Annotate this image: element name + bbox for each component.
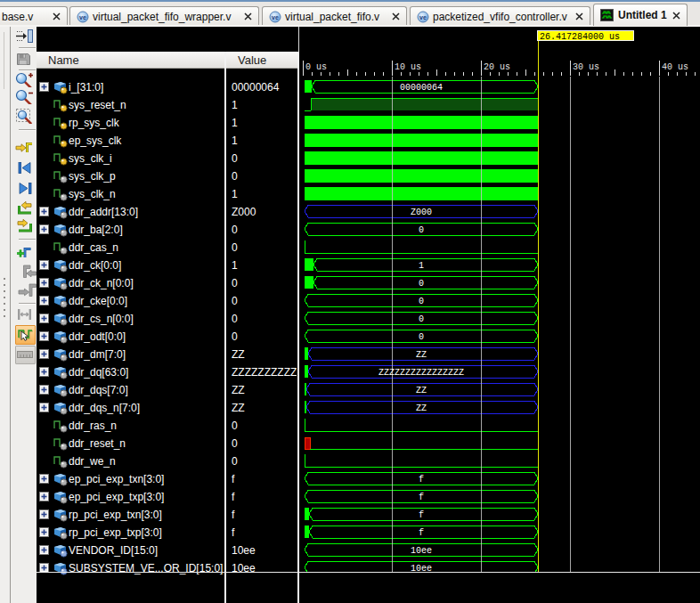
svg-text:10 us: 10 us [395, 62, 421, 72]
svg-text:f: f [419, 475, 424, 485]
svg-text:00000064: 00000064 [400, 83, 443, 93]
svg-text:ZZZZZZZZZZZZZZZZ: ZZZZZZZZZZZZZZZZ [378, 368, 464, 378]
svg-text:0: 0 [419, 332, 424, 342]
svg-text:10ee: 10ee [411, 546, 432, 556]
svg-text:f: f [419, 528, 424, 538]
svg-text:f: f [419, 493, 424, 502]
svg-text:40 us: 40 us [662, 62, 688, 72]
svg-text:30 us: 30 us [573, 62, 599, 72]
svg-text:26.417284000 us: 26.417284000 us [540, 32, 620, 42]
svg-text:20 us: 20 us [484, 62, 510, 72]
svg-text:1: 1 [419, 261, 424, 271]
svg-text:ZZ: ZZ [416, 403, 427, 413]
svg-text:Z000: Z000 [411, 208, 432, 217]
svg-text:0: 0 [419, 225, 424, 235]
svg-text:0: 0 [419, 314, 424, 324]
svg-text:ve: ve [79, 14, 86, 20]
svg-text:ve: ve [272, 14, 279, 20]
svg-text:0: 0 [419, 297, 424, 306]
svg-text:0 us: 0 us [305, 62, 327, 72]
svg-text:ZZ: ZZ [416, 350, 427, 360]
svg-text:f: f [419, 510, 424, 520]
svg-text:ZZ: ZZ [416, 386, 427, 395]
svg-text:ve: ve [419, 14, 427, 20]
svg-text:0: 0 [419, 279, 424, 289]
